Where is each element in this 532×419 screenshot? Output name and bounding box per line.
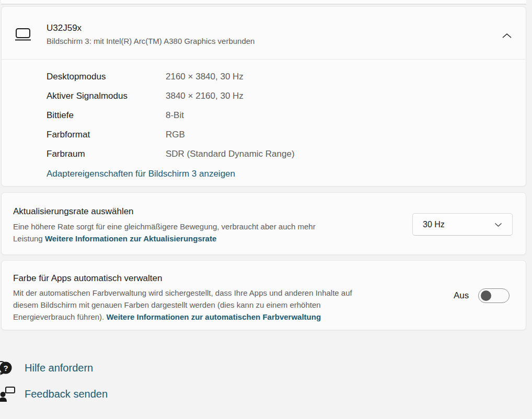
- refresh-rate-description: Eine höhere Rate sorgt für eine gleichmä…: [13, 220, 316, 245]
- get-help-row[interactable]: ? Hilfe anfordern: [0, 358, 93, 377]
- get-help-link[interactable]: Hilfe anfordern: [25, 362, 93, 374]
- refresh-rate-desc-line1: Eine höhere Rate sorgt für eine gleichmä…: [13, 222, 316, 231]
- toggle-state-label: Aus: [454, 290, 469, 301]
- monitor-name: U32J59x: [47, 23, 255, 33]
- refresh-rate-dropdown[interactable]: 30 Hz: [412, 213, 513, 236]
- chevron-up-icon[interactable]: [502, 31, 512, 41]
- detail-label: Desktopmodus: [47, 72, 166, 82]
- auto-color-desc-line2: diesem Bildschirm mit genauen Farben dar…: [13, 300, 321, 309]
- auto-color-management-card: Farbe für Apps automatisch verwalten Mit…: [1, 260, 526, 330]
- display-details-list: Desktopmodus 2160 × 3840, 30 Hz Aktiver …: [47, 67, 295, 164]
- auto-color-toggle[interactable]: [478, 288, 510, 303]
- detail-value: RGB: [166, 130, 295, 140]
- auto-color-title: Farbe für Apps automatisch verwalten: [13, 273, 162, 284]
- adapter-properties-link[interactable]: Adaptereigenschaften für Bildschirm 3 an…: [47, 169, 235, 179]
- auto-color-desc-line1: Mit der automatischen Farbverwaltung wir…: [13, 288, 352, 297]
- auto-color-info-link[interactable]: Weitere Informationen zur automatischen …: [106, 312, 321, 321]
- refresh-rate-card: Aktualisierungsrate auswählen Eine höher…: [1, 192, 526, 255]
- auto-color-desc-line3: Energieverbrauch führen).: [13, 312, 106, 321]
- detail-label: Farbraum: [47, 149, 166, 159]
- monitor-connection-info: Bildschirm 3: mit Intel(R) Arc(TM) A380 …: [47, 37, 255, 45]
- previous-card-bottom-strip: [1, 0, 526, 5]
- send-feedback-link[interactable]: Feedback senden: [25, 388, 108, 400]
- feedback-person-bubble-icon: [0, 386, 21, 402]
- divider: [2, 59, 526, 60]
- refresh-rate-title: Aktualisierungsrate auswählen: [13, 206, 134, 217]
- detail-label: Bittiefe: [47, 110, 166, 121]
- detail-value: 8-Bit: [166, 110, 295, 121]
- refresh-rate-desc-line2: Leistung: [13, 234, 45, 243]
- svg-text:?: ?: [3, 364, 8, 373]
- display-info-card: U32J59x Bildschirm 3: mit Intel(R) Arc(T…: [1, 6, 526, 187]
- detail-value: 3840 × 2160, 30 Hz: [166, 91, 295, 101]
- display-expander-header[interactable]: U32J59x Bildschirm 3: mit Intel(R) Arc(T…: [2, 7, 526, 59]
- refresh-rate-dropdown-value: 30 Hz: [423, 220, 445, 229]
- toggle-knob: [481, 290, 491, 301]
- detail-label: Farbformat: [47, 130, 166, 140]
- help-chat-bubble-icon: ?: [0, 359, 21, 376]
- chevron-down-icon: [494, 220, 502, 229]
- auto-color-description: Mit der automatischen Farbverwaltung wir…: [13, 287, 352, 323]
- detail-value: SDR (Standard Dynamic Range): [166, 149, 295, 159]
- detail-value: 2160 × 3840, 30 Hz: [166, 72, 295, 82]
- monitor-icon: [14, 27, 32, 44]
- detail-label: Aktiver Signalmodus: [47, 91, 166, 101]
- refresh-rate-info-link[interactable]: Weitere Informationen zur Aktualisierung…: [45, 234, 216, 243]
- send-feedback-row[interactable]: Feedback senden: [0, 385, 108, 403]
